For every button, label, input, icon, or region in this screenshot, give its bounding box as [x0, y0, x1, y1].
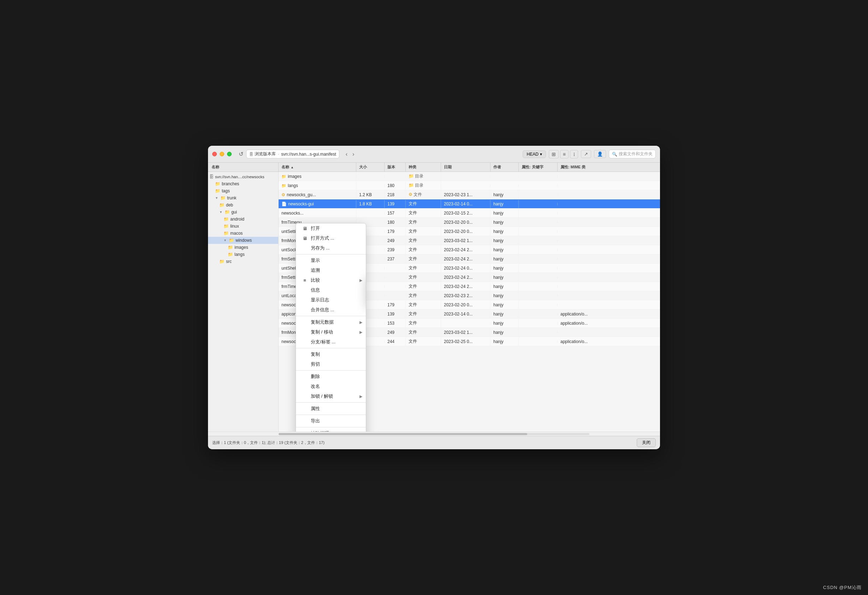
sidebar-item-trunk[interactable]: ▼ 📁 trunk [208, 194, 278, 202]
cell-size: 1.2 KB [356, 191, 385, 199]
sidebar-item-deb[interactable]: 📁 deb [208, 202, 278, 209]
ctx-info[interactable]: 信息 [296, 285, 366, 295]
cell-mime: application/o... [558, 320, 660, 327]
sidebar-item-langs[interactable]: 📁 langs [208, 251, 278, 258]
close-button[interactable] [212, 152, 217, 156]
ctx-open[interactable]: 🖥 打开 [296, 223, 366, 233]
ctx-properties[interactable]: 属性 [296, 404, 366, 414]
table-row[interactable]: 📁images 📁目录 [279, 172, 660, 181]
cell-author: hanjy [490, 246, 519, 254]
folder-icon: 📁 [219, 259, 224, 264]
col-header-date[interactable]: 日期 [441, 163, 490, 171]
nav-back-button[interactable]: ‹ [344, 150, 350, 158]
sidebar-item-images[interactable]: 📁 images [208, 244, 278, 251]
ctx-merge-info[interactable]: 合并信息 ... [296, 305, 366, 315]
sidebar-item-tags[interactable]: 📁 tags [208, 187, 278, 194]
ctx-copy-move[interactable]: 复制 / 移动 ▶ [296, 327, 366, 337]
cell-date: 2023-02-23 2... [441, 292, 490, 300]
maximize-button[interactable] [227, 152, 232, 156]
col-header-size[interactable]: 大小 [356, 163, 385, 171]
sidebar-item-android[interactable]: 📁 android [208, 216, 278, 223]
sidebar-item-windows[interactable]: ▼ 📁 windows [208, 237, 278, 244]
cell-rev [385, 175, 406, 178]
cell-rev: 180 [385, 218, 406, 226]
table-row[interactable]: newsocks... 157 文件 2023-02-15 2... hanjy [279, 209, 660, 218]
ctx-delete[interactable]: 删除 [296, 372, 366, 381]
table-row[interactable]: 📁langs 180 📁目录 [279, 181, 660, 190]
cell-author: hanjy [490, 328, 519, 336]
ctx-copy-move-label: 复制 / 移动 [311, 329, 333, 335]
sidebar-item-branches[interactable]: 📁 branches [208, 180, 278, 187]
col-header-type[interactable]: 种类 [406, 163, 441, 171]
sidebar-item-gui[interactable]: ▼ 📁 gui [208, 209, 278, 216]
cell-kw [519, 203, 558, 205]
cell-author: hanjy [490, 218, 519, 226]
head-button[interactable]: HEAD ▾ [523, 150, 546, 158]
ctx-open-with[interactable]: 🖥 打开方式 ... [296, 233, 366, 243]
ctx-export[interactable]: 导出 [296, 416, 366, 426]
ctx-save-as[interactable]: 另存为 ... [296, 243, 366, 253]
horizontal-scrollbar-track [279, 433, 589, 435]
refresh-button[interactable]: ↺ [239, 151, 243, 158]
col-header-author[interactable]: 作者 [490, 163, 519, 171]
col-header-name[interactable]: 名称 ▲ [279, 163, 356, 171]
cell-author: hanjy [490, 228, 519, 236]
ctx-blame[interactable]: 追溯 [296, 265, 366, 275]
cell-name: 📄newsocks-gui [279, 200, 356, 208]
ctx-show[interactable]: 显示 [296, 255, 366, 265]
cell-name: ⚙newsocks_gu... [279, 191, 356, 199]
col-header-kw[interactable]: 属性: 关键字 [519, 163, 558, 171]
col-header-mime[interactable]: 属性: MIME 类 [558, 163, 660, 171]
minimize-button[interactable] [220, 152, 224, 156]
head-dropdown-icon: ▾ [540, 152, 542, 157]
table-row[interactable]: ⚙newsocks_gu... 1.2 KB 218 ⚙文件 2023-02-2… [279, 190, 660, 199]
sidebar-item-src[interactable]: 📁 src [208, 258, 278, 265]
ctx-compare-label: 比较 [311, 277, 320, 283]
sidebar-col-header: 名称 [208, 163, 279, 171]
ctx-copy-meta[interactable]: 复制元数据 ▶ [296, 317, 366, 327]
share-button[interactable]: ↗ [581, 150, 591, 158]
context-menu[interactable]: 🖥 打开 🖥 打开方式 ... 另存为 ... 显示 [295, 223, 366, 432]
ctx-bug-management-label: 缺陷管理 [311, 430, 329, 432]
ctx-bug-management[interactable]: 缺陷管理 [296, 429, 366, 432]
cell-rev: 157 [385, 209, 406, 217]
cell-type: 文件 [406, 218, 441, 227]
search-box[interactable]: 🔍 搜索文件和文件夹 [609, 150, 656, 158]
sidebar-item-root[interactable]: 🗄 svn://svn.han....cc/newsocks [208, 173, 278, 180]
open-icon: 🖥 [301, 226, 308, 231]
view-grid-button[interactable]: ⊞ [549, 150, 559, 158]
cell-author: hanjy [490, 255, 519, 263]
view-list-button[interactable]: ≡ [560, 150, 568, 158]
ctx-show-log-label: 显示日志 [311, 297, 329, 303]
title-path[interactable]: 🗄 浏览版本库 · svn://svn.han...s-gui.manifest [246, 150, 340, 158]
col-header-rev[interactable]: 版本 [385, 163, 406, 171]
view-columns-button[interactable]: ⫶ [570, 150, 578, 158]
ctx-copy[interactable]: 复制 [296, 349, 366, 359]
sidebar-item-branches-label: branches [222, 181, 239, 186]
main-content: 🗄 svn://svn.han....cc/newsocks 📁 branche… [208, 172, 660, 432]
horizontal-scrollbar-thumb[interactable] [279, 433, 527, 435]
close-button[interactable]: 关闭 [637, 438, 656, 447]
cell-type: 文件 [406, 273, 441, 281]
table-row-selected[interactable]: 📄newsocks-gui 1.8 KB 139 文件 2023-02-14 0… [279, 199, 660, 209]
file-area: 📁images 📁目录 📁langs 180 📁目录 [279, 172, 660, 432]
ctx-cut[interactable]: 剪切 [296, 359, 366, 369]
sidebar-item-macos[interactable]: 📁 macos [208, 230, 278, 237]
nav-forward-button[interactable]: › [350, 150, 356, 158]
ctx-rename[interactable]: 改名 [296, 381, 366, 391]
sidebar-item-deb-label: deb [226, 203, 233, 208]
ctx-branch-tag[interactable]: 分支/标签 ... [296, 337, 366, 347]
ctx-lock-unlock[interactable]: 加锁 / 解锁 ▶ [296, 391, 366, 401]
folder-icon: 📁 [215, 189, 220, 193]
repo-icon: 🗄 [249, 152, 253, 156]
ctx-open-label: 打开 [311, 225, 320, 231]
cell-rev: 139 [385, 200, 406, 208]
ctx-compare[interactable]: ≡ 比较 ▶ 比较前一版本 比较指定路径 ... 稍后 [296, 275, 366, 285]
ctx-show-log[interactable]: 显示日志 [296, 295, 366, 305]
user-button[interactable]: 👤 [594, 150, 606, 158]
watermark: CSDN @PM沁雨 [823, 585, 862, 591]
cell-rev: 249 [385, 237, 406, 244]
sidebar-root-label: svn://svn.han....cc/newsocks [215, 175, 264, 179]
sidebar-item-linux[interactable]: 📁 linux [208, 223, 278, 230]
sidebar-item-src-label: src [226, 259, 232, 264]
